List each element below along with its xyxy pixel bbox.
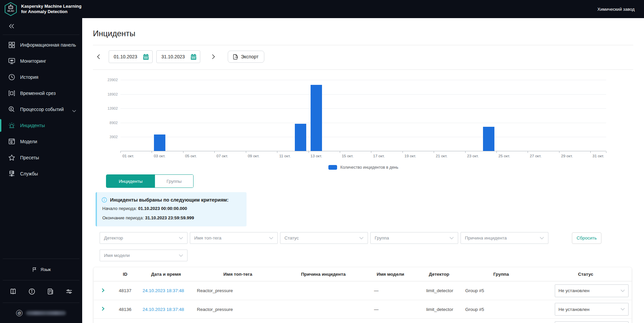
info-icon[interactable]: [28, 288, 36, 295]
column-header-group: Группа: [463, 272, 540, 277]
sidebar-utility-icons: [0, 280, 82, 303]
x-axis-tick: [152, 151, 152, 153]
filters-row-1: ДетекторИмя топ-тегаСтатусГруппаПричина …: [93, 232, 633, 244]
filters-row-2: Имя модели: [93, 250, 633, 261]
x-axis-tick-label: 29 окт.: [556, 154, 578, 158]
sidebar-item-label: Информационная панель: [20, 42, 76, 48]
sidebar-item-label: Инциденты: [20, 123, 45, 128]
previous-period-button[interactable]: [94, 52, 103, 61]
sidebar-item-presets[interactable]: Пресеты: [0, 150, 82, 166]
calendar-icon[interactable]: [191, 54, 197, 60]
next-period-button[interactable]: [209, 52, 218, 61]
x-axis-tick-label: 03 окт.: [149, 154, 170, 158]
status-select[interactable]: Не установлен: [555, 284, 629, 297]
sidebar-item-monitoring[interactable]: Мониторинг: [0, 53, 82, 69]
sidebar-collapse-button[interactable]: [8, 23, 15, 29]
x-axis-tick: [214, 151, 215, 153]
column-header-id: ID: [112, 272, 138, 277]
select-placeholder: Имя топ-тега: [194, 235, 269, 240]
sidebar-item-history[interactable]: История: [0, 69, 82, 85]
x-axis-tick: [496, 151, 497, 153]
sidebar-item-dashboard[interactable]: Информационная панель: [0, 37, 82, 53]
book-icon[interactable]: [9, 288, 17, 295]
select-placeholder: Детектор: [104, 235, 179, 240]
incident-datetime-link[interactable]: 24.10.2023 18:37:48: [143, 288, 184, 293]
reset-filters-button[interactable]: Сбросить: [572, 232, 601, 244]
x-axis-tick: [402, 151, 403, 153]
x-axis-tick-label: 31 окт.: [588, 154, 609, 158]
cell-top_tag: Reactor_pressure: [194, 288, 281, 293]
y-axis-tick-label: 13902: [94, 106, 118, 110]
calendar-icon[interactable]: [143, 54, 149, 60]
filter-model-name-select[interactable]: Имя модели: [100, 250, 187, 261]
export-icon: [232, 54, 238, 60]
sidebar-item-services[interactable]: Службы: [0, 166, 82, 182]
x-axis-tick: [183, 151, 183, 153]
view-tabs: Инциденты Группы: [106, 174, 194, 188]
account-row[interactable]: @: [0, 303, 82, 323]
incidents-icon: [8, 122, 15, 129]
divider: [93, 45, 633, 45]
sliders-icon[interactable]: [65, 288, 73, 295]
sidebar-bottom: Язык @: [0, 259, 82, 323]
sidebar-item-event-processor[interactable]: Процессор событий: [0, 101, 82, 117]
language-label: Язык: [41, 267, 51, 272]
x-axis-tick-label: 23 окт.: [462, 154, 484, 158]
chart-bar-day-12[interactable]: [295, 124, 306, 151]
select-placeholder: Статус: [284, 235, 359, 240]
sidebar-item-label: История: [20, 74, 38, 80]
table-row: 4813724.10.2023 18:37:48Reactor_pressure…: [94, 281, 632, 300]
cell-id: 48136: [112, 307, 138, 312]
double-chevron-left-icon: [8, 23, 15, 29]
sidebar-item-label: Процессор событий: [20, 107, 64, 112]
row-expander-button[interactable]: [100, 306, 106, 312]
main-content: Инциденты 01.10.2023 31.10.2023: [82, 18, 644, 323]
chevron-down-icon: [269, 237, 273, 239]
account-email-redacted: [26, 311, 66, 315]
x-axis-tick-label: 21 окт.: [431, 154, 452, 158]
chevron-down-icon: [72, 108, 76, 111]
filter-incident-cause-select[interactable]: Причина инцидента: [461, 232, 548, 244]
chart-bar-day-3[interactable]: [154, 134, 165, 151]
y-axis-tick-label: 18902: [94, 92, 118, 96]
status-select[interactable]: Не установлен: [555, 303, 629, 316]
y-axis-tick-label: 3902: [94, 135, 118, 139]
filter-detector-select[interactable]: Детектор: [100, 232, 187, 244]
incident-datetime-link[interactable]: 24.10.2023 18:37:48: [143, 307, 184, 312]
export-button[interactable]: Экспорт: [228, 51, 264, 63]
status-select[interactable]: [555, 321, 629, 323]
filter-group-select[interactable]: Группа: [370, 232, 458, 244]
status-value: Не установлен: [558, 307, 621, 312]
chevron-down-icon: [540, 237, 544, 239]
chart-bar-day-13[interactable]: [311, 85, 322, 151]
row-expander-button[interactable]: [100, 288, 106, 294]
cell-expander: [94, 288, 112, 294]
cell-detector: limit_detector: [416, 307, 463, 312]
sidebar-item-label: Пресеты: [20, 155, 39, 160]
date-from-input[interactable]: 01.10.2023: [109, 50, 153, 63]
x-axis-tick: [606, 151, 606, 153]
x-axis-tick-label: 17 окт.: [368, 154, 390, 158]
tab-groups[interactable]: Группы: [155, 175, 193, 187]
x-axis-tick: [559, 151, 559, 153]
sidebar-item-label: Модели: [20, 139, 37, 144]
sidebar-item-models[interactable]: Модели: [0, 133, 82, 150]
news-icon[interactable]: [47, 288, 54, 295]
chevron-right-icon: [212, 54, 215, 59]
cell-datetime: 24.10.2023 18:37:48: [138, 307, 194, 312]
sidebar-item-label: Службы: [20, 171, 38, 176]
sidebar-item-incidents[interactable]: Инциденты: [0, 117, 82, 133]
filter-top-tag-select[interactable]: Имя топ-тега: [190, 232, 278, 244]
sidebar-nav: Информационная панельМониторингИсторияВр…: [0, 35, 82, 182]
sidebar-item-timeslice[interactable]: Временной срез: [0, 85, 82, 101]
page-title: Инциденты: [93, 29, 633, 38]
filter-status-select[interactable]: Статус: [280, 232, 368, 244]
chart-bar-day-24[interactable]: [483, 127, 494, 151]
x-axis-tick-label: 27 окт.: [525, 154, 546, 158]
tab-incidents[interactable]: Инциденты: [106, 175, 155, 187]
sidebar-item-label: Временной срез: [20, 91, 56, 96]
date-to-value: 31.10.2023: [161, 54, 191, 59]
select-placeholder: Причина инцидента: [465, 235, 540, 240]
language-switcher[interactable]: Язык: [0, 259, 82, 280]
date-to-input[interactable]: 31.10.2023: [156, 50, 200, 63]
